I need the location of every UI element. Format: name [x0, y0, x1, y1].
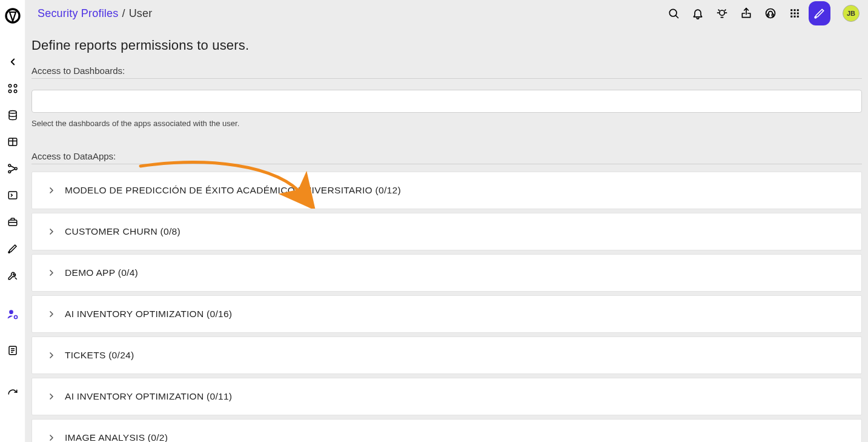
svg-point-2 — [14, 84, 17, 87]
grid-apps-icon[interactable] — [784, 3, 805, 24]
svg-rect-39 — [794, 13, 796, 15]
svg-point-3 — [8, 90, 12, 93]
dataapp-row-label: DEMO APP (0/4) — [65, 267, 138, 278]
dashboards-helper-text: Select the dashboards of the apps associ… — [31, 119, 862, 128]
breadcrumb: Security Profiles / User — [38, 7, 152, 20]
chevron-right-icon — [45, 267, 58, 279]
breadcrumb-leaf: User — [129, 7, 153, 20]
svg-rect-38 — [790, 13, 792, 15]
breadcrumb-root[interactable]: Security Profiles — [38, 7, 118, 20]
refresh-icon[interactable] — [0, 381, 25, 407]
design-icon[interactable] — [0, 235, 25, 262]
dashboards-input[interactable] — [31, 90, 862, 113]
dataapp-row[interactable]: AI INVENTORY OPTIMIZATION (0/11) — [31, 378, 862, 415]
dataapp-row-label: TICKETS (0/24) — [65, 350, 134, 361]
terminal-icon[interactable] — [0, 182, 25, 209]
sidebar — [0, 0, 25, 442]
chevron-right-icon — [45, 184, 58, 196]
docs-icon[interactable] — [0, 337, 25, 364]
svg-point-18 — [14, 316, 17, 319]
chevron-right-icon — [45, 432, 58, 442]
dataapp-row-label: IMAGE ANALYSIS (0/2) — [65, 432, 168, 442]
flow-icon[interactable] — [0, 155, 25, 182]
toolbox-icon[interactable] — [0, 209, 25, 235]
svg-rect-40 — [797, 13, 799, 15]
lightbulb-icon[interactable] — [712, 3, 732, 24]
table-icon[interactable] — [0, 129, 25, 155]
svg-rect-37 — [797, 9, 799, 11]
compass-icon[interactable] — [809, 1, 830, 25]
breadcrumb-separator: / — [122, 7, 125, 20]
share-icon[interactable] — [736, 3, 757, 24]
dataapp-row-label: AI INVENTORY OPTIMIZATION (0/16) — [65, 309, 232, 320]
apps-icon[interactable] — [0, 75, 25, 102]
topbar: Security Profiles / User — [25, 0, 868, 27]
svg-rect-33 — [767, 14, 769, 16]
support-icon[interactable] — [760, 3, 781, 24]
svg-line-30 — [725, 10, 726, 10]
dataapp-row[interactable]: MODELO DE PREDICCIÓN DE ÉXITO ACADÉMICO … — [31, 172, 862, 209]
dashboards-section-label: Access to Dashboards: — [31, 65, 862, 79]
dataapp-row-label: MODELO DE PREDICCIÓN DE ÉXITO ACADÉMICO … — [65, 185, 401, 196]
dataapp-row-label: CUSTOMER CHURN (0/8) — [65, 226, 181, 237]
svg-point-44 — [815, 16, 817, 18]
database-icon[interactable] — [0, 102, 25, 129]
svg-line-29 — [718, 10, 719, 10]
chevron-right-icon — [45, 390, 58, 403]
chevron-right-icon — [45, 226, 58, 238]
svg-rect-35 — [790, 9, 792, 11]
dataapps-list: MODELO DE PREDICCIÓN DE ÉXITO ACADÉMICO … — [31, 172, 862, 442]
svg-point-4 — [14, 90, 17, 93]
dataapp-row[interactable]: IMAGE ANALYSIS (0/2) — [31, 419, 862, 442]
svg-point-5 — [9, 111, 16, 114]
tools-icon[interactable] — [0, 262, 25, 289]
svg-rect-43 — [797, 16, 799, 18]
bell-icon[interactable] — [687, 3, 708, 24]
page-title: Define reports permissions to users. — [31, 38, 862, 53]
svg-point-17 — [9, 310, 13, 314]
svg-rect-36 — [794, 9, 796, 11]
svg-point-1 — [8, 84, 12, 87]
avatar[interactable]: JB — [843, 5, 860, 22]
svg-rect-42 — [794, 16, 796, 18]
logo-icon[interactable] — [0, 4, 25, 28]
dataapp-row[interactable]: AI INVENTORY OPTIMIZATION (0/16) — [31, 295, 862, 333]
svg-line-16 — [15, 278, 16, 280]
dataapp-row[interactable]: DEMO APP (0/4) — [31, 254, 862, 292]
collapse-icon[interactable] — [0, 49, 25, 75]
chevron-right-icon — [45, 349, 58, 361]
top-actions: JB — [663, 1, 860, 25]
content-area: Define reports permissions to users. Acc… — [25, 27, 868, 442]
svg-point-25 — [720, 10, 724, 15]
dataapp-row[interactable]: TICKETS (0/24) — [31, 337, 862, 374]
search-icon[interactable] — [663, 3, 684, 24]
dataapps-section-label: Access to DataApps: — [31, 151, 862, 164]
chevron-right-icon — [45, 308, 58, 320]
dataapp-row-label: AI INVENTORY OPTIMIZATION (0/11) — [65, 391, 232, 402]
svg-line-24 — [676, 16, 678, 18]
svg-rect-34 — [772, 14, 774, 16]
svg-rect-41 — [790, 16, 792, 18]
user-settings-icon[interactable] — [0, 301, 25, 327]
dataapp-row[interactable]: CUSTOMER CHURN (0/8) — [31, 213, 862, 250]
